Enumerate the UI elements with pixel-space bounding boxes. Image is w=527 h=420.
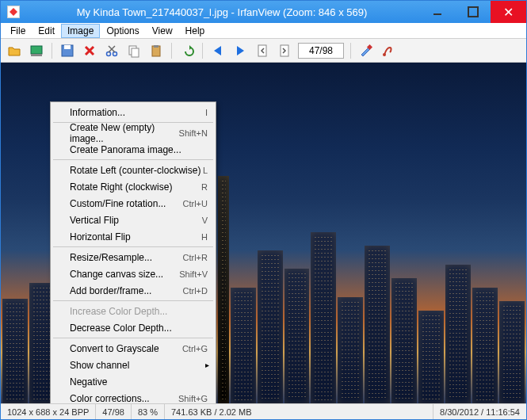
svg-rect-3 bbox=[64, 45, 71, 49]
image-viewport[interactable]: Information...ICreate New (empty) image.… bbox=[1, 63, 526, 403]
menu-options[interactable]: Options bbox=[100, 24, 145, 38]
status-dimensions: 1024 x 688 x 24 BPP bbox=[1, 404, 96, 419]
menu-item-label: Vertical Flip bbox=[70, 215, 202, 226]
statusbar: 1024 x 688 x 24 BPP 47/98 83 % 741.63 KB… bbox=[1, 403, 526, 419]
menu-item-label: Convert to Grayscale bbox=[70, 343, 182, 354]
undo-icon[interactable] bbox=[178, 42, 196, 59]
menu-item[interactable]: Custom/Fine rotation...Ctrl+U bbox=[52, 195, 214, 212]
menu-item-shortcut: Ctrl+U bbox=[183, 199, 208, 208]
status-zoom: 83 % bbox=[132, 404, 165, 419]
svg-point-17 bbox=[383, 53, 386, 56]
menu-item[interactable]: Create Panorama image... bbox=[52, 141, 214, 158]
submenu-arrow-icon: ▸ bbox=[205, 361, 209, 369]
menu-item-label: Negative bbox=[70, 376, 208, 388]
menu-item-label: Change canvas size... bbox=[70, 269, 179, 280]
menu-item[interactable]: Decrease Color Depth... bbox=[52, 319, 214, 336]
menu-item[interactable]: Information...I bbox=[52, 104, 214, 120]
menu-item-label: Color corrections... bbox=[70, 393, 178, 404]
prev-icon[interactable] bbox=[209, 42, 227, 59]
delete-icon[interactable] bbox=[81, 42, 98, 59]
svg-rect-0 bbox=[31, 46, 42, 54]
titlebar[interactable]: My Kinda Town_217440037_l.jpg - IrfanVie… bbox=[1, 1, 526, 23]
menu-item-label: Information... bbox=[70, 107, 205, 118]
menu-item[interactable]: Rotate Right (clockwise)R bbox=[52, 178, 214, 195]
cut-icon[interactable] bbox=[103, 42, 120, 59]
menu-file[interactable]: File bbox=[4, 24, 32, 38]
menu-item-label: Rotate Left (counter-clockwise) bbox=[70, 165, 203, 176]
menu-item-label: Increase Color Depth... bbox=[70, 306, 208, 317]
menu-image[interactable]: Image bbox=[61, 24, 100, 38]
status-filesize: 741.63 KB / 2.02 MB bbox=[165, 404, 433, 419]
image-menu-dropdown: Information...ICreate New (empty) image.… bbox=[50, 101, 216, 403]
window-title: My Kinda Town_217440037_l.jpg - IrfanVie… bbox=[25, 6, 419, 18]
slideshow-icon[interactable] bbox=[28, 42, 45, 59]
menu-item-label: Custom/Fine rotation... bbox=[70, 198, 183, 209]
menu-item-shortcut: Shift+N bbox=[179, 128, 208, 138]
menu-item-shortcut: Shift+G bbox=[178, 394, 208, 403]
svg-point-6 bbox=[107, 52, 111, 55]
menu-item-shortcut: H bbox=[201, 232, 208, 242]
save-icon[interactable] bbox=[59, 42, 76, 59]
next-icon[interactable] bbox=[231, 42, 249, 59]
svg-rect-13 bbox=[154, 45, 158, 48]
menu-item[interactable]: Show channel▸ bbox=[52, 357, 214, 373]
toolbar: 47/98 bbox=[1, 39, 526, 63]
menu-item[interactable]: Convert to GrayscaleCtrl+G bbox=[52, 340, 214, 357]
close-button[interactable] bbox=[491, 1, 526, 23]
status-index: 47/98 bbox=[96, 404, 132, 419]
menu-item-shortcut: Shift+V bbox=[179, 269, 208, 279]
menu-item[interactable]: Color corrections...Shift+G bbox=[52, 390, 214, 403]
menubar: File Edit Image Options View Help bbox=[1, 23, 526, 39]
menu-help[interactable]: Help bbox=[179, 24, 212, 38]
menu-item-shortcut: Ctrl+G bbox=[182, 344, 208, 353]
menu-item[interactable]: Add border/frame...Ctrl+D bbox=[52, 282, 214, 299]
menu-item-shortcut: R bbox=[201, 182, 208, 192]
menu-item[interactable]: Vertical FlipV bbox=[52, 212, 214, 228]
menu-item-shortcut: I bbox=[205, 108, 208, 117]
prev-page-icon[interactable] bbox=[254, 42, 271, 59]
minimize-button[interactable] bbox=[419, 1, 455, 23]
app-window: My Kinda Town_217440037_l.jpg - IrfanVie… bbox=[0, 0, 527, 420]
image-counter[interactable]: 47/98 bbox=[298, 43, 344, 59]
menu-view[interactable]: View bbox=[146, 24, 179, 38]
settings-icon[interactable] bbox=[357, 42, 375, 59]
paste-icon[interactable] bbox=[147, 42, 165, 59]
open-icon[interactable] bbox=[6, 42, 23, 59]
svg-rect-1 bbox=[31, 54, 42, 56]
menu-item[interactable]: Rotate Left (counter-clockwise)L bbox=[52, 162, 214, 178]
app-icon bbox=[7, 6, 20, 18]
menu-item-label: Rotate Right (clockwise) bbox=[70, 181, 201, 193]
menu-item-label: Show channel bbox=[70, 360, 208, 371]
menu-item[interactable]: Create New (empty) image...Shift+N bbox=[52, 124, 214, 141]
menu-edit[interactable]: Edit bbox=[32, 24, 61, 38]
menu-item[interactable]: Change canvas size...Shift+V bbox=[52, 265, 214, 282]
menu-item[interactable]: Negative bbox=[52, 373, 214, 390]
menu-item-label: Create Panorama image... bbox=[70, 144, 208, 155]
copy-icon[interactable] bbox=[125, 42, 143, 59]
maximize-button[interactable] bbox=[455, 1, 491, 23]
svg-point-7 bbox=[113, 52, 117, 55]
menu-item-shortcut: V bbox=[202, 216, 208, 225]
menu-item-label: Decrease Color Depth... bbox=[70, 323, 208, 334]
next-page-icon[interactable] bbox=[276, 42, 293, 59]
menu-item-label: Add border/frame... bbox=[70, 285, 183, 296]
menu-item-label: Horizontal Flip bbox=[70, 231, 201, 242]
svg-rect-11 bbox=[132, 48, 139, 57]
status-datetime: 8/30/2012 / 11:16:54 bbox=[433, 404, 526, 419]
menu-item-shortcut: Ctrl+D bbox=[183, 286, 208, 296]
menu-item: Increase Color Depth... bbox=[52, 303, 214, 319]
menu-item-label: Resize/Resample... bbox=[70, 252, 183, 263]
menu-item[interactable]: Horizontal FlipH bbox=[52, 228, 214, 245]
twain-icon[interactable] bbox=[380, 42, 397, 59]
menu-item[interactable]: Resize/Resample...Ctrl+R bbox=[52, 249, 214, 265]
menu-item-shortcut: Ctrl+R bbox=[183, 253, 208, 262]
menu-item-shortcut: L bbox=[203, 166, 208, 175]
